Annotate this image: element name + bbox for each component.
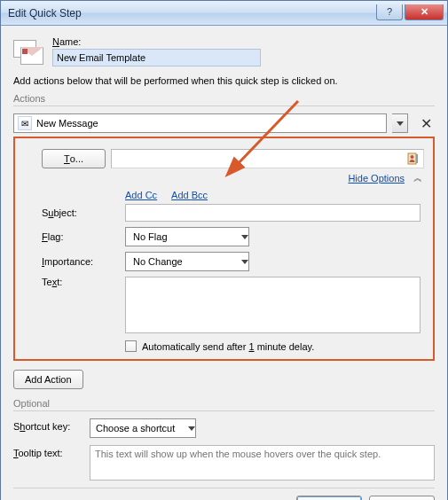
- cc-bcc-row: Add Cc Add Bcc: [125, 190, 420, 200]
- divider: [13, 410, 435, 411]
- flag-combo[interactable]: No Flag: [125, 227, 249, 246]
- dialog-content: Name: Add actions below that will be per…: [1, 26, 447, 500]
- address-book-icon[interactable]: [405, 151, 421, 167]
- tooltip-label: Tooltip text:: [13, 445, 84, 458]
- svg-point-1: [411, 155, 414, 159]
- actions-heading: Actions: [13, 93, 435, 104]
- chevron-down-icon: [241, 260, 248, 264]
- text-body-input[interactable]: [125, 277, 420, 333]
- name-row: Name:: [13, 36, 435, 66]
- cancel-button[interactable]: Cancel: [369, 496, 435, 500]
- to-button[interactable]: To...: [42, 149, 106, 168]
- flag-label: Flag:: [42, 231, 120, 242]
- optional-heading: Optional: [13, 398, 435, 409]
- add-bcc-link[interactable]: Add Bcc: [171, 190, 208, 200]
- subject-input[interactable]: [125, 204, 420, 222]
- dialog-window: Edit Quick Step ? ✕ Name: Add actions be…: [0, 0, 448, 500]
- add-action-row: Add Action: [13, 370, 435, 389]
- svg-rect-2: [416, 154, 418, 163]
- chevron-up-icon[interactable]: ︽: [413, 172, 422, 184]
- tooltip-row: Tooltip text:: [13, 445, 435, 480]
- tooltip-text-input[interactable]: [90, 445, 435, 480]
- title-bar: Edit Quick Step ? ✕: [1, 1, 447, 26]
- name-label: Name:: [52, 36, 435, 47]
- importance-combo[interactable]: No Change: [125, 252, 249, 271]
- subject-label: Subject:: [42, 207, 120, 218]
- new-message-icon: ✉: [18, 116, 32, 130]
- dialog-buttons: Finish Cancel: [13, 496, 435, 500]
- name-input[interactable]: [52, 49, 261, 66]
- window-buttons: ? ✕: [374, 4, 444, 22]
- action-type-dropdown-button[interactable]: [392, 113, 408, 133]
- message-form: Add Cc Add Bcc Subject: Flag: No Flag Im…: [42, 190, 420, 352]
- to-row: To...: [42, 149, 424, 168]
- finish-button[interactable]: Finish: [296, 496, 362, 500]
- add-cc-link[interactable]: Add Cc: [125, 190, 157, 200]
- action-type-combo[interactable]: ✉ New Message: [13, 113, 387, 133]
- auto-send-row: Automatically send after 1 minute delay.: [125, 340, 420, 352]
- shortcut-combo[interactable]: Choose a shortcut: [90, 418, 196, 438]
- divider: [13, 105, 435, 106]
- hide-options-row: Hide Options ︽: [24, 172, 422, 184]
- chevron-down-icon: [188, 426, 195, 431]
- text-label: Text:: [42, 277, 120, 287]
- close-button[interactable]: ✕: [405, 4, 444, 20]
- chevron-down-icon: [397, 121, 404, 126]
- hide-options-link[interactable]: Hide Options: [348, 173, 405, 184]
- name-column: Name:: [52, 36, 435, 66]
- action-selector-row: ✉ New Message ✕: [13, 113, 435, 133]
- add-action-button[interactable]: Add Action: [13, 370, 83, 389]
- optional-section: Optional Shortcut key: Choose a shortcut…: [13, 398, 435, 480]
- shortcut-label: Shortcut key:: [13, 418, 84, 432]
- importance-value: No Change: [133, 256, 183, 267]
- shortcut-row: Shortcut key: Choose a shortcut: [13, 418, 435, 438]
- action-type-label: New Message: [36, 118, 386, 129]
- auto-send-checkbox[interactable]: [125, 340, 137, 352]
- help-button[interactable]: ?: [376, 4, 403, 20]
- shortcut-value: Choose a shortcut: [96, 423, 175, 434]
- window-title: Edit Quick Step: [8, 7, 82, 20]
- divider: [13, 488, 435, 488]
- message-options-panel: To... Hide Options ︽ Add Cc Add Bcc Subj…: [13, 137, 435, 361]
- to-input[interactable]: [111, 149, 424, 168]
- remove-action-button[interactable]: ✕: [417, 115, 435, 132]
- chevron-down-icon: [241, 235, 248, 239]
- importance-label: Importance:: [42, 256, 120, 267]
- auto-send-label: Automatically send after 1 minute delay.: [142, 341, 314, 352]
- mail-stack-icon: [13, 40, 45, 66]
- flag-value: No Flag: [133, 231, 168, 242]
- description-text: Add actions below that will be performed…: [13, 75, 435, 86]
